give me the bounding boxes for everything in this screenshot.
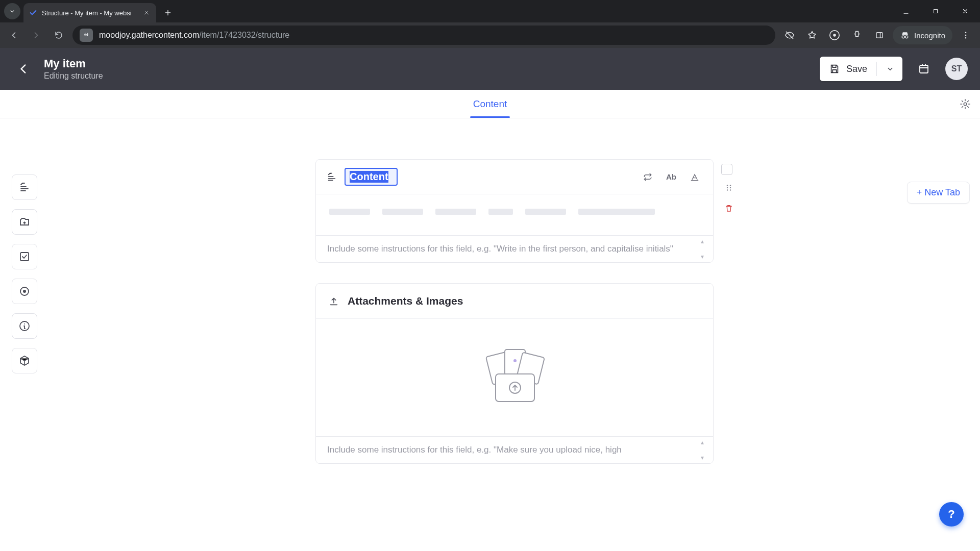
tab-search-button[interactable] [4,3,20,19]
save-divider [876,62,877,76]
field-name-input[interactable] [345,168,398,186]
radio-icon [18,285,31,297]
kebab-icon [961,31,970,40]
site-settings-icon[interactable] [80,29,93,42]
field-side-actions [721,164,737,216]
svg-point-18 [730,185,731,186]
new-browser-tab-button[interactable] [160,5,176,20]
svg-point-16 [727,187,728,188]
svg-point-10 [964,103,967,106]
field-card-attachments[interactable]: Attachments & Images [315,283,714,464]
browser-menu-button[interactable] [957,26,975,44]
upload-illustration-icon [471,344,558,411]
gear-icon [960,98,971,110]
palette-attachment-button[interactable] [12,209,37,235]
tab-settings-button[interactable] [960,98,971,110]
avatar[interactable]: ST [945,58,968,80]
extensions-button[interactable] [848,26,866,44]
plus-icon [164,9,172,17]
help-label: ? [948,508,954,521]
cube-icon [18,355,31,367]
field-format-button[interactable]: Ab [663,169,679,185]
skeleton-bar [578,209,655,215]
svg-rect-11 [20,253,29,261]
template-button[interactable] [912,57,936,81]
svg-point-2 [833,34,836,37]
drag-handle-icon [724,183,733,192]
save-dropdown-button[interactable] [883,64,897,73]
field-header: Attachments & Images [316,284,713,319]
browser-tab[interactable]: Structure - My item - My websi [23,3,156,22]
new-tab-button[interactable]: + New Tab [907,182,970,204]
eye-off-icon[interactable] [780,26,799,44]
page-title: My item [44,57,811,70]
back-button[interactable] [12,58,35,80]
close-icon [143,10,150,16]
field-instructions-input[interactable]: Include some instructions for this field… [316,436,713,463]
window-minimize-button[interactable] [891,0,921,22]
textarea-scrollbar[interactable]: ▴▾ [701,439,710,461]
tab-favicon-icon [29,8,38,17]
browser-toolbar: moodjoy.gathercontent.com/item/17423032/… [0,22,980,48]
field-delete-button[interactable] [721,201,737,216]
upload-dropzone[interactable] [316,319,713,436]
skeleton-bar [329,209,370,215]
text-icon [18,181,31,193]
nav-forward-button[interactable] [28,27,45,44]
textarea-scrollbar[interactable]: ▴▾ [701,238,710,260]
maximize-icon [933,8,939,14]
tab-content[interactable]: Content [470,98,510,110]
minimize-icon [902,8,910,15]
reload-icon [54,31,63,40]
field-select-checkbox[interactable] [721,164,732,175]
nav-reload-button[interactable] [50,27,67,44]
field-instructions-input[interactable]: Include some instructions for this field… [316,235,713,262]
field-repeat-button[interactable] [640,169,656,185]
svg-point-17 [727,189,728,190]
panel-icon [875,31,884,40]
close-icon [962,8,969,15]
svg-rect-0 [934,10,938,13]
help-fab[interactable]: ? [939,502,964,527]
arrow-right-icon [31,30,41,40]
field-drag-handle[interactable] [721,180,737,195]
window-close-button[interactable] [950,0,980,22]
field-body-placeholder [316,194,713,235]
save-label: Save [846,64,867,74]
tab-close-button[interactable] [142,8,151,17]
palette-guideline-button[interactable] [12,313,37,339]
nav-back-button[interactable] [5,27,22,44]
incognito-chip[interactable]: Incognito [893,26,952,44]
field-limit-button[interactable] [687,169,703,185]
bookmark-star-button[interactable] [803,26,821,44]
window-maximize-button[interactable] [921,0,950,22]
save-icon [829,63,840,74]
profile-icon[interactable] [825,26,844,44]
browser-chrome: Structure - My item - My websi moodjoy.g… [0,0,980,48]
window-controls [891,0,980,22]
svg-point-6 [965,32,967,33]
puzzle-icon [852,30,862,40]
checkbox-icon [18,251,31,263]
svg-point-7 [965,35,967,36]
tab-nav: Content [0,90,980,118]
sidepanel-button[interactable] [870,26,889,44]
arrow-left-icon [17,62,30,76]
text-limit-icon [690,172,700,182]
header-titles: My item Editing structure [44,57,811,81]
avatar-initials: ST [951,64,962,73]
field-header: Ab [316,160,713,194]
save-button[interactable]: Save [820,57,902,81]
skeleton-bar [435,209,476,215]
palette-radio-button[interactable] [12,279,37,304]
calendar-icon [918,63,930,75]
app-header: My item Editing structure Save ST [0,48,980,90]
palette-text-button[interactable] [12,174,37,200]
field-card-content[interactable]: Ab Include some instructions for this fi… [315,159,714,263]
url-bar[interactable]: moodjoy.gathercontent.com/item/17423032/… [72,26,775,45]
text-field-icon [326,171,337,183]
palette-checkbox-button[interactable] [12,244,37,269]
palette-component-button[interactable] [12,348,37,373]
svg-point-13 [23,290,26,293]
svg-rect-9 [920,65,928,73]
